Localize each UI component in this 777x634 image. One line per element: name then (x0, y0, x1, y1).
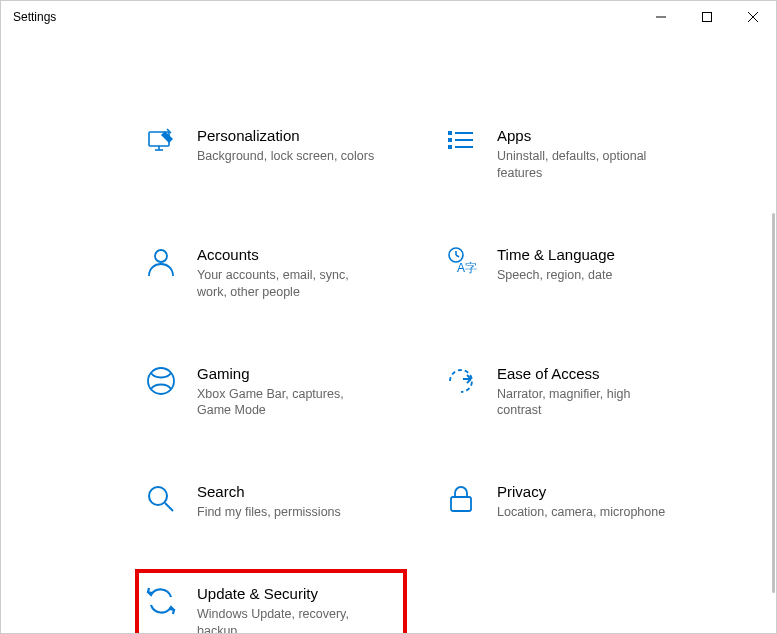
svg-rect-10 (448, 145, 452, 149)
time-language-icon: A字 (445, 246, 477, 278)
svg-rect-11 (455, 132, 473, 134)
settings-content: Personalization Background, lock screen,… (1, 33, 776, 634)
update-security-icon (145, 585, 177, 617)
maximize-button[interactable] (684, 1, 730, 33)
privacy-icon (445, 483, 477, 515)
titlebar: Settings (1, 1, 776, 33)
tile-desc: Uninstall, defaults, optional features (497, 148, 677, 182)
scrollbar-thumb[interactable] (772, 213, 775, 593)
tile-title: Apps (497, 127, 677, 144)
tile-title: Personalization (197, 127, 374, 144)
tile-desc: Find my files, permissions (197, 504, 341, 521)
tile-title: Update & Security (197, 585, 377, 602)
svg-rect-9 (448, 138, 452, 142)
tile-desc: Location, camera, microphone (497, 504, 665, 521)
svg-rect-1 (703, 13, 712, 22)
svg-line-17 (456, 255, 459, 257)
tile-ease-of-access[interactable]: Ease of Access Narrator, magnifier, high… (441, 361, 701, 424)
svg-rect-13 (455, 146, 473, 148)
tile-desc: Xbox Game Bar, captures, Game Mode (197, 386, 377, 420)
tile-desc: Your accounts, email, sync, work, other … (197, 267, 377, 301)
personalization-icon (145, 127, 177, 159)
window-controls (638, 1, 776, 33)
close-button[interactable] (730, 1, 776, 33)
tile-gaming[interactable]: Gaming Xbox Game Bar, captures, Game Mod… (141, 361, 401, 424)
svg-point-19 (148, 368, 174, 394)
gaming-icon (145, 365, 177, 397)
svg-rect-12 (455, 139, 473, 141)
svg-line-21 (165, 503, 173, 511)
accounts-icon (145, 246, 177, 278)
tile-desc: Background, lock screen, colors (197, 148, 374, 165)
tile-personalization[interactable]: Personalization Background, lock screen,… (141, 123, 401, 186)
scrollbar[interactable] (769, 33, 775, 633)
svg-text:A字: A字 (457, 261, 477, 275)
window-title: Settings (13, 10, 56, 24)
tile-title: Accounts (197, 246, 377, 263)
tile-desc: Speech, region, date (497, 267, 615, 284)
tile-title: Gaming (197, 365, 377, 382)
svg-rect-8 (448, 131, 452, 135)
search-icon (145, 483, 177, 515)
tile-desc: Narrator, magnifier, high contrast (497, 386, 677, 420)
tile-privacy[interactable]: Privacy Location, camera, microphone (441, 479, 701, 525)
settings-grid: Personalization Background, lock screen,… (141, 123, 701, 634)
tile-update-security[interactable]: Update & Security Windows Update, recove… (141, 575, 401, 634)
tile-time-language[interactable]: A字 Time & Language Speech, region, date (441, 242, 701, 305)
tile-desc: Windows Update, recovery, backup (197, 606, 377, 634)
apps-icon (445, 127, 477, 159)
svg-point-20 (149, 487, 167, 505)
ease-of-access-icon (445, 365, 477, 397)
tile-title: Ease of Access (497, 365, 677, 382)
svg-point-14 (155, 250, 167, 262)
tile-title: Privacy (497, 483, 665, 500)
tile-title: Time & Language (497, 246, 615, 263)
svg-rect-22 (451, 497, 471, 511)
minimize-button[interactable] (638, 1, 684, 33)
tile-title: Search (197, 483, 341, 500)
tile-search[interactable]: Search Find my files, permissions (141, 479, 401, 525)
tile-apps[interactable]: Apps Uninstall, defaults, optional featu… (441, 123, 701, 186)
tile-accounts[interactable]: Accounts Your accounts, email, sync, wor… (141, 242, 401, 305)
